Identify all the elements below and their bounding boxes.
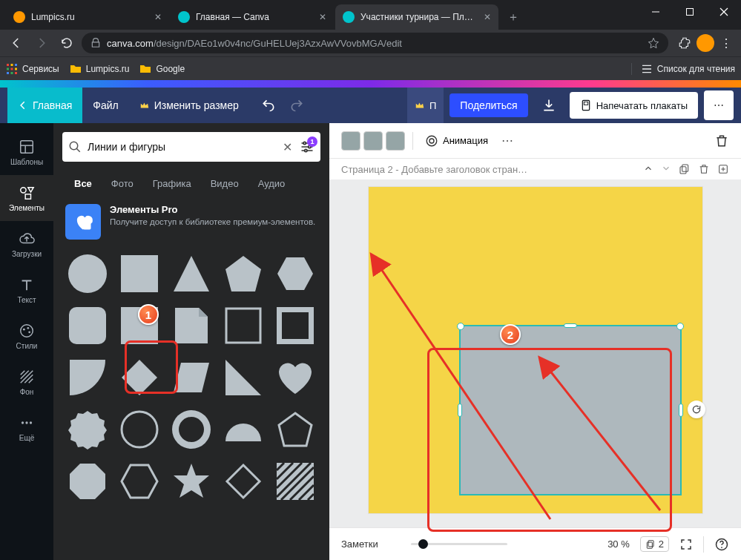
page-up[interactable]: [643, 163, 653, 175]
shape-quarter-circle[interactable]: [65, 355, 110, 400]
shape-pentagon-outline[interactable]: [273, 407, 317, 452]
tab-close[interactable]: ✕: [319, 12, 326, 22]
page-count[interactable]: 2: [640, 536, 669, 552]
fullscreen-button[interactable]: [679, 538, 693, 551]
shape-diamond-outline[interactable]: [221, 459, 266, 504]
color-swatch[interactable]: [363, 131, 383, 151]
shape-square-outline[interactable]: [221, 303, 266, 348]
color-swatch[interactable]: [386, 131, 405, 151]
share-button[interactable]: Поделиться: [449, 93, 527, 117]
delete-button[interactable]: [714, 134, 729, 148]
notes-button[interactable]: Заметки: [341, 538, 378, 550]
nav-forward[interactable]: [31, 33, 52, 53]
more-button[interactable]: ⋯: [704, 90, 734, 120]
cat-graphics[interactable]: Графика: [144, 171, 200, 197]
tab-canva-home[interactable]: Главная — Canva ✕: [171, 4, 334, 30]
shape-heart[interactable]: [273, 355, 317, 400]
shape-circle-outline[interactable]: [117, 407, 162, 452]
resize-handle-ne[interactable]: [676, 323, 684, 330]
clear-icon[interactable]: ✕: [281, 140, 294, 154]
selected-rectangle[interactable]: [459, 325, 682, 495]
resize-handle-n[interactable]: [564, 323, 577, 328]
resize-handle-nw[interactable]: [457, 323, 464, 330]
tab-close[interactable]: ✕: [484, 12, 491, 22]
window-close[interactable]: [707, 0, 741, 24]
bookmark-services[interactable]: Сервисы: [6, 63, 59, 75]
page-duplicate[interactable]: [679, 163, 691, 175]
window-minimize[interactable]: [639, 0, 673, 24]
page-delete[interactable]: [698, 163, 710, 175]
bookmark-google[interactable]: Google: [139, 63, 185, 75]
resize-button[interactable]: Изменить размер: [129, 88, 249, 123]
reading-list[interactable]: Список для чтения: [631, 63, 735, 75]
print-button[interactable]: Напечатать плакаты: [570, 92, 698, 119]
page-down[interactable]: [661, 163, 671, 175]
rail-uploads[interactable]: Загрузки: [0, 221, 53, 267]
shape-rounded-square[interactable]: [65, 303, 110, 348]
shape-octagon[interactable]: [65, 459, 110, 504]
resize-handle-e[interactable]: [679, 403, 683, 417]
shape-diamond[interactable]: [117, 355, 162, 400]
url-box[interactable]: canva.com/design/DAEo1w0v4nc/GuHELUej3Az…: [82, 33, 668, 53]
zoom-slider[interactable]: [389, 543, 582, 545]
profile-avatar[interactable]: [696, 34, 714, 52]
pro-banner[interactable]: Элементы Pro Получите доступ к библиотек…: [65, 204, 317, 240]
rail-elements[interactable]: Элементы: [0, 175, 53, 221]
shape-hexagon-outline[interactable]: [117, 459, 162, 504]
shape-star[interactable]: [169, 459, 214, 504]
shape-circle[interactable]: [65, 251, 110, 296]
shape-triangle[interactable]: [169, 251, 214, 296]
filter-button[interactable]: 1: [300, 139, 314, 154]
canvas-viewport[interactable]: [329, 179, 741, 527]
new-tab-button[interactable]: ＋: [503, 7, 524, 27]
tab-canva-design[interactable]: Участники турнира — Плакат ✕: [335, 4, 498, 30]
help-button[interactable]: [714, 537, 729, 552]
star-icon[interactable]: [648, 37, 659, 49]
cat-all[interactable]: Все: [65, 171, 101, 197]
rail-text[interactable]: Текст: [0, 267, 53, 313]
zoom-percent[interactable]: 30 %: [593, 538, 630, 550]
pro-badge[interactable]: П: [407, 88, 444, 123]
rail-styles[interactable]: Стили: [0, 313, 53, 359]
shape-square-border[interactable]: [273, 303, 317, 348]
tab-lumpics[interactable]: Lumpics.ru ✕: [6, 4, 169, 30]
shape-pentagon[interactable]: [221, 251, 266, 296]
search-box[interactable]: ✕ 1: [62, 132, 320, 162]
search-input[interactable]: [88, 141, 275, 153]
tab-close[interactable]: ✕: [154, 12, 162, 22]
download-button[interactable]: [534, 90, 564, 120]
rail-background[interactable]: Фон: [0, 359, 53, 405]
shape-semicircle[interactable]: [221, 407, 266, 452]
shape-circle-frame[interactable]: [169, 407, 214, 452]
shape-hexagon[interactable]: [273, 251, 317, 296]
shape-hatched[interactable]: [273, 459, 317, 504]
shape-right-triangle[interactable]: [221, 355, 266, 400]
animation-button[interactable]: Анимация: [425, 134, 488, 148]
rotate-handle[interactable]: [688, 401, 705, 418]
cat-video[interactable]: Видео: [202, 171, 248, 197]
shape-badge[interactable]: [65, 407, 110, 452]
file-menu[interactable]: Файл: [82, 88, 128, 123]
window-maximize[interactable]: [673, 0, 707, 24]
shape-parallelogram[interactable]: [169, 355, 214, 400]
rail-templates[interactable]: Шаблоны: [0, 129, 53, 175]
page-add[interactable]: [717, 163, 729, 175]
browser-menu[interactable]: ⋮: [717, 34, 735, 52]
cat-photo[interactable]: Фото: [102, 171, 142, 197]
canvas-page[interactable]: [369, 187, 702, 513]
zoom-thumb[interactable]: [418, 539, 428, 549]
cat-audio[interactable]: Аудио: [249, 171, 294, 197]
redo-button[interactable]: [283, 92, 310, 119]
tools-more[interactable]: ⋯: [501, 134, 513, 148]
page-title[interactable]: Страница 2 - Добавьте заголовок стран…: [341, 164, 637, 175]
shape-page-fold[interactable]: [169, 303, 214, 348]
home-button[interactable]: Главная: [7, 88, 82, 123]
shape-square[interactable]: [117, 251, 162, 296]
rail-more[interactable]: Ещё: [0, 405, 53, 451]
extensions-icon[interactable]: [676, 34, 694, 52]
color-swatch[interactable]: [341, 131, 360, 151]
bookmark-lumpics[interactable]: Lumpics.ru: [70, 63, 130, 75]
resize-handle-w[interactable]: [458, 403, 462, 417]
nav-back[interactable]: [6, 33, 27, 53]
undo-button[interactable]: [255, 92, 282, 119]
